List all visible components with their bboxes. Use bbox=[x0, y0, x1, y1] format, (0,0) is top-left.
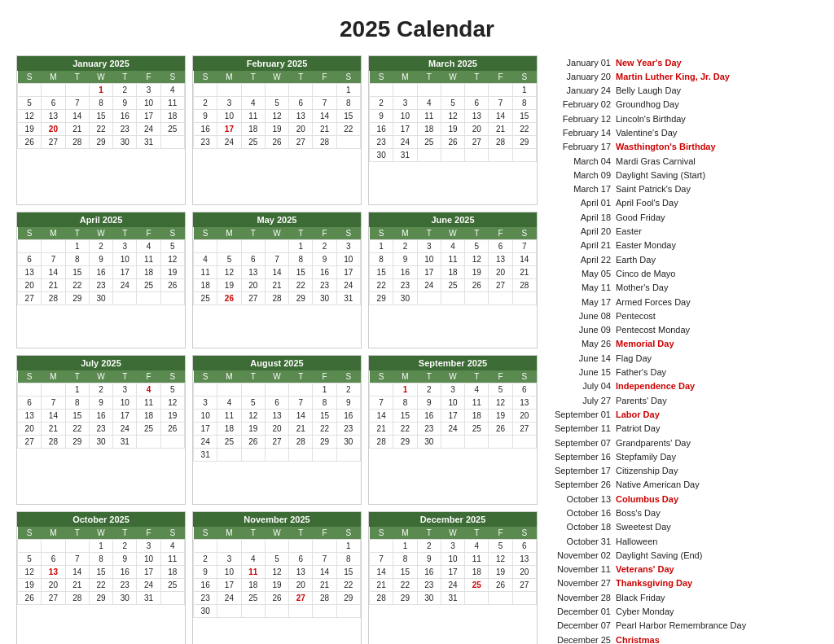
day-cell: 23 bbox=[417, 422, 441, 435]
day-header: S bbox=[160, 71, 184, 84]
day-cell bbox=[512, 149, 536, 162]
day-cell: 2 bbox=[113, 539, 137, 552]
day-cell: 4 bbox=[194, 252, 217, 265]
day-cell: 9 bbox=[336, 396, 360, 409]
day-cell: 21 bbox=[65, 578, 89, 591]
holiday-date: November 28 bbox=[546, 592, 611, 603]
day-cell bbox=[265, 84, 288, 97]
day-cell: 5 bbox=[18, 97, 42, 110]
day-cell: 12 bbox=[489, 552, 512, 565]
day-cell: 28 bbox=[65, 591, 89, 604]
day-cell: 5 bbox=[441, 97, 464, 110]
day-header: S bbox=[370, 71, 393, 84]
day-header: T bbox=[465, 370, 489, 383]
day-header: M bbox=[217, 227, 241, 240]
day-cell: 30 bbox=[113, 136, 137, 149]
day-cell bbox=[489, 435, 512, 448]
day-header: S bbox=[336, 71, 360, 84]
day-cell bbox=[265, 604, 288, 617]
month-header: December 2025 bbox=[369, 512, 537, 527]
holiday-row: June 15Father's Day bbox=[546, 366, 818, 379]
day-cell: 5 bbox=[241, 396, 265, 409]
day-cell: 21 bbox=[289, 422, 313, 435]
day-cell: 18 bbox=[160, 565, 184, 578]
holiday-row: September 26Native American Day bbox=[546, 478, 818, 492]
day-cell: 22 bbox=[393, 578, 417, 591]
day-cell: 28 bbox=[313, 136, 336, 149]
month-table: SMTWTFS123456789101112131415161718192021… bbox=[369, 227, 537, 305]
day-cell: 10 bbox=[113, 252, 137, 265]
day-cell bbox=[465, 435, 489, 448]
holiday-name: Cinco de Mayo bbox=[616, 268, 675, 279]
day-header: F bbox=[313, 227, 336, 240]
day-cell bbox=[313, 448, 336, 461]
day-cell bbox=[137, 435, 160, 448]
day-cell bbox=[289, 604, 313, 617]
day-cell: 24 bbox=[393, 136, 417, 149]
month-table: SMTWTFS123456789101112131415161718192021… bbox=[369, 527, 537, 605]
holiday-row: July 27Parents' Day bbox=[546, 393, 818, 407]
month-table: SMTWTFS123456789101112131415161718192021… bbox=[17, 527, 185, 605]
day-header: T bbox=[113, 71, 137, 84]
holiday-date: September 26 bbox=[546, 479, 611, 490]
day-cell: 28 bbox=[42, 291, 65, 304]
month-header: August 2025 bbox=[193, 356, 361, 370]
day-cell: 7 bbox=[42, 396, 65, 409]
day-header: W bbox=[441, 71, 464, 84]
day-cell bbox=[217, 604, 241, 617]
day-cell bbox=[42, 239, 65, 252]
day-cell: 15 bbox=[89, 565, 112, 578]
day-cell: 4 bbox=[137, 383, 160, 396]
day-cell: 16 bbox=[417, 409, 441, 422]
day-cell: 7 bbox=[42, 252, 65, 265]
day-cell: 4 bbox=[160, 539, 184, 552]
day-cell: 9 bbox=[194, 110, 217, 123]
holiday-row: April 20Easter bbox=[546, 225, 818, 239]
day-cell bbox=[194, 383, 217, 396]
day-cell bbox=[241, 448, 265, 461]
day-cell: 28 bbox=[370, 435, 393, 448]
day-cell bbox=[194, 84, 217, 97]
day-cell: 17 bbox=[217, 123, 241, 136]
day-cell bbox=[18, 84, 42, 97]
day-cell: 19 bbox=[18, 123, 42, 136]
holiday-row: November 28Black Friday bbox=[546, 590, 818, 604]
day-cell: 13 bbox=[512, 396, 536, 409]
holiday-row: January 01New Year's Day bbox=[546, 55, 818, 69]
month-header: July 2025 bbox=[17, 356, 185, 370]
day-cell: 25 bbox=[160, 578, 184, 591]
day-cell: 27 bbox=[512, 578, 536, 591]
day-cell: 20 bbox=[42, 578, 65, 591]
holiday-name: Valentine's Day bbox=[616, 127, 677, 138]
holiday-row: May 26Memorial Day bbox=[546, 337, 818, 351]
day-cell: 14 bbox=[289, 409, 313, 422]
day-cell: 15 bbox=[393, 409, 417, 422]
day-cell: 5 bbox=[265, 552, 288, 565]
holiday-row: November 27Thanksgiving Day bbox=[546, 576, 818, 590]
day-cell bbox=[194, 239, 217, 252]
day-cell: 9 bbox=[313, 252, 336, 265]
holiday-date: September 01 bbox=[546, 409, 611, 420]
day-cell bbox=[217, 539, 241, 552]
day-header: T bbox=[417, 227, 441, 240]
day-cell: 21 bbox=[370, 422, 393, 435]
day-cell: 11 bbox=[441, 252, 464, 265]
day-cell: 24 bbox=[417, 278, 441, 291]
day-cell: 2 bbox=[313, 239, 336, 252]
holiday-name: April Fool's Day bbox=[616, 197, 678, 208]
day-cell: 30 bbox=[113, 591, 137, 604]
day-cell: 3 bbox=[217, 97, 241, 110]
day-cell: 15 bbox=[512, 110, 536, 123]
holiday-name: Thanksgiving Day bbox=[616, 577, 692, 589]
day-cell: 17 bbox=[441, 565, 464, 578]
day-header: F bbox=[137, 227, 160, 240]
holiday-date: November 02 bbox=[546, 550, 611, 561]
day-cell bbox=[137, 291, 160, 304]
day-cell: 17 bbox=[441, 409, 464, 422]
page-title: 2025 Calendar bbox=[16, 16, 818, 42]
holiday-date: May 05 bbox=[546, 268, 611, 279]
day-cell: 2 bbox=[194, 97, 217, 110]
day-cell: 18 bbox=[241, 578, 265, 591]
day-cell bbox=[217, 239, 241, 252]
day-cell: 11 bbox=[194, 265, 217, 278]
